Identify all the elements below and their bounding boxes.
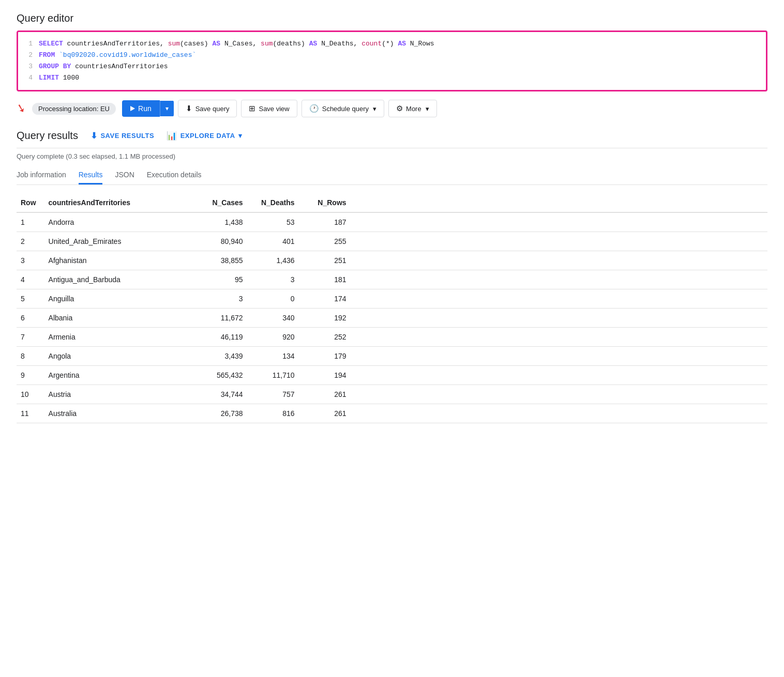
query-status: Query complete (0.3 sec elapsed, 1.1 MB …	[17, 152, 767, 160]
cell-extra	[355, 309, 767, 328]
table-row: 9 Argentina 565,432 11,710 194	[17, 366, 767, 385]
explore-data-label: EXPLORE DATA	[180, 132, 235, 140]
results-header: Query results ⬇ SAVE RESULTS 📊 EXPLORE D…	[17, 130, 767, 148]
query-line-1: 1 SELECT countriesAndTerritories, sum(ca…	[26, 38, 758, 50]
cell-ncases: 1,438	[189, 212, 251, 232]
cell-row-number: 5	[17, 289, 44, 309]
cell-ndeaths: 1,436	[251, 251, 303, 270]
cell-extra	[355, 328, 767, 347]
chart-icon: 📊	[167, 131, 177, 141]
cell-nrows: 187	[303, 212, 355, 232]
table-row: 5 Anguilla 3 0 174	[17, 289, 767, 309]
cell-nrows: 194	[303, 366, 355, 385]
cell-ndeaths: 401	[251, 232, 303, 251]
query-editor[interactable]: 1 SELECT countriesAndTerritories, sum(ca…	[17, 30, 767, 91]
schedule-query-label: Schedule query	[322, 105, 369, 113]
more-button[interactable]: ⚙ More ▾	[388, 100, 437, 117]
results-table: Row countriesAndTerritories N_Cases N_De…	[17, 193, 767, 423]
cell-ndeaths: 920	[251, 328, 303, 347]
save-results-label: SAVE RESULTS	[100, 132, 154, 140]
tabs-row: Job information Results JSON Execution d…	[17, 166, 767, 185]
cell-country: Antigua_and_Barbuda	[44, 270, 189, 289]
more-dropdown-icon: ▾	[426, 105, 429, 113]
download-icon: ⬇	[91, 131, 98, 141]
save-view-button[interactable]: ⊞ Save view	[241, 100, 297, 117]
table-row: 1 Andorra 1,438 53 187	[17, 212, 767, 232]
col-header-country: countriesAndTerritories	[44, 193, 189, 212]
run-button[interactable]: Run	[122, 100, 160, 117]
cell-ndeaths: 757	[251, 385, 303, 404]
table-header-row: Row countriesAndTerritories N_Cases N_De…	[17, 193, 767, 212]
cell-nrows: 179	[303, 347, 355, 366]
cell-nrows: 181	[303, 270, 355, 289]
cell-row-number: 1	[17, 212, 44, 232]
cell-nrows: 252	[303, 328, 355, 347]
cell-nrows: 174	[303, 289, 355, 309]
results-title: Query results	[17, 130, 78, 142]
cell-ndeaths: 816	[251, 404, 303, 423]
cell-extra	[355, 404, 767, 423]
save-query-button[interactable]: ⬇ Save query	[178, 100, 237, 117]
cell-country: Argentina	[44, 366, 189, 385]
arrow-indicator: ➘	[15, 101, 27, 116]
cell-ndeaths: 0	[251, 289, 303, 309]
more-label: More	[406, 105, 421, 113]
tab-job-information[interactable]: Job information	[17, 166, 66, 184]
table-row: 4 Antigua_and_Barbuda 95 3 181	[17, 270, 767, 289]
cell-nrows: 255	[303, 232, 355, 251]
cell-ndeaths: 11,710	[251, 366, 303, 385]
cell-country: Australia	[44, 404, 189, 423]
tab-json[interactable]: JSON	[115, 166, 134, 184]
save-results-button[interactable]: ⬇ SAVE RESULTS	[91, 131, 154, 141]
table-row: 3 Afghanistan 38,855 1,436 251	[17, 251, 767, 270]
col-header-ndeaths: N_Deaths	[251, 193, 303, 212]
cell-row-number: 3	[17, 251, 44, 270]
cell-row-number: 9	[17, 366, 44, 385]
save-view-icon: ⊞	[249, 104, 255, 113]
cell-ncases: 46,119	[189, 328, 251, 347]
line-number-4: 4	[26, 72, 33, 84]
query-line-4: 4 LIMIT 1000	[26, 72, 758, 84]
cell-ncases: 38,855	[189, 251, 251, 270]
run-button-group[interactable]: Run ▾	[122, 100, 174, 117]
processing-location-badge: Processing location: EU	[32, 103, 116, 115]
query-text-3: GROUP BY countriesAndTerritories	[39, 61, 168, 72]
cell-row-number: 4	[17, 270, 44, 289]
cell-row-number: 7	[17, 328, 44, 347]
cell-ncases: 95	[189, 270, 251, 289]
run-dropdown-button[interactable]: ▾	[160, 101, 174, 116]
cell-nrows: 261	[303, 404, 355, 423]
cell-row-number: 8	[17, 347, 44, 366]
cell-extra	[355, 289, 767, 309]
explore-data-button[interactable]: 📊 EXPLORE DATA ▾	[167, 131, 242, 141]
tab-results[interactable]: Results	[79, 166, 103, 184]
cell-country: Albania	[44, 309, 189, 328]
table-row: 2 United_Arab_Emirates 80,940 401 255	[17, 232, 767, 251]
clock-icon: 🕐	[309, 104, 319, 113]
cell-country: Austria	[44, 385, 189, 404]
gear-icon: ⚙	[396, 104, 403, 113]
toolbar: ➘ Processing location: EU Run ▾ ⬇ Save q…	[17, 100, 767, 117]
explore-dropdown-icon: ▾	[238, 132, 243, 140]
table-row: 11 Australia 26,738 816 261	[17, 404, 767, 423]
cell-extra	[355, 232, 767, 251]
cell-ncases: 26,738	[189, 404, 251, 423]
cell-nrows: 251	[303, 251, 355, 270]
cell-ndeaths: 53	[251, 212, 303, 232]
run-label: Run	[138, 104, 152, 113]
tab-execution-details[interactable]: Execution details	[147, 166, 202, 184]
cell-extra	[355, 270, 767, 289]
col-header-row: Row	[17, 193, 44, 212]
play-icon	[130, 106, 135, 111]
query-text-2: FROM `bq092020.covid19.worldwide_cases`	[39, 50, 196, 61]
schedule-query-button[interactable]: 🕐 Schedule query ▾	[301, 100, 384, 117]
line-number-2: 2	[26, 50, 33, 61]
cell-nrows: 192	[303, 309, 355, 328]
cell-row-number: 6	[17, 309, 44, 328]
table-row: 6 Albania 11,672 340 192	[17, 309, 767, 328]
cell-country: Armenia	[44, 328, 189, 347]
cell-country: Anguilla	[44, 289, 189, 309]
table-row: 8 Angola 3,439 134 179	[17, 347, 767, 366]
schedule-dropdown-icon: ▾	[373, 105, 376, 113]
cell-extra	[355, 366, 767, 385]
